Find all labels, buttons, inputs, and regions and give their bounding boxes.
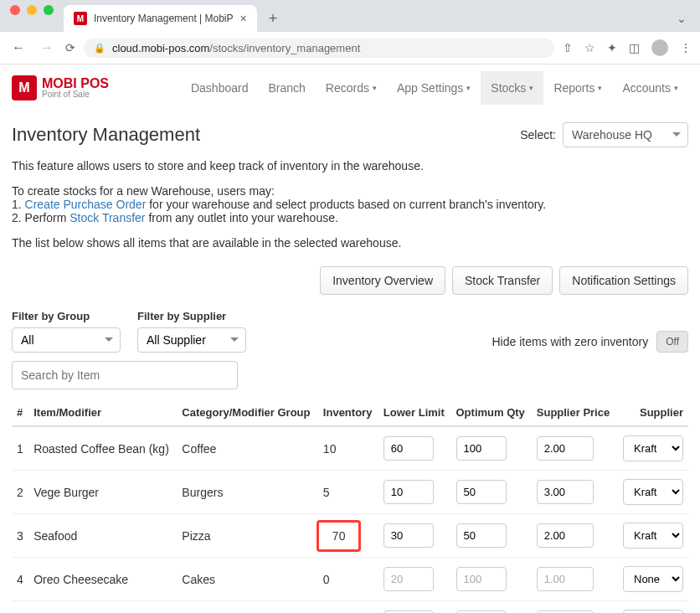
supplier-price-input[interactable]: [537, 436, 594, 461]
reload-button[interactable]: ⟳: [65, 41, 75, 54]
hide-zero-label: Hide items with zero inventory: [492, 335, 648, 348]
profile-avatar[interactable]: [651, 39, 668, 56]
cell-item: Oreo Cheesecake: [28, 558, 177, 601]
logo-sub: Point of Sale: [42, 90, 109, 99]
caret-down-icon: ▾: [674, 84, 678, 92]
caret-down-icon: ▾: [598, 84, 602, 92]
nav-app-settings[interactable]: App Settings▾: [387, 71, 481, 105]
address-bar[interactable]: 🔒 cloud.mobi-pos.com/stocks/inventory_ma…: [84, 39, 554, 58]
notification-settings-button[interactable]: Notification Settings: [559, 266, 688, 295]
app-header: M MOBI POS Point of Sale DashboardBranch…: [0, 64, 700, 112]
browser-chrome: M Inventory Management | MobiP × + ⌄ ← →…: [0, 0, 700, 64]
share-icon[interactable]: ⇧: [563, 41, 573, 54]
main-nav: DashboardBranchRecords▾App Settings▾Stoc…: [181, 71, 688, 105]
supplier-select[interactable]: Kraft: [623, 435, 683, 461]
supplier-select[interactable]: None: [623, 566, 683, 592]
tab-title: Inventory Management | MobiP: [94, 13, 234, 24]
create-po-link[interactable]: Create Purchase Order: [25, 198, 147, 211]
cell-category: Cakes: [177, 601, 318, 614]
cell-num: 4: [12, 558, 28, 601]
supplier-price-input[interactable]: [537, 523, 594, 548]
logo-main: MOBI POS: [42, 77, 109, 90]
filter-supplier-label: Filter by Supplier: [137, 310, 246, 322]
table-row: 3 Seafood Pizza 70 Kraft: [12, 514, 688, 558]
logo[interactable]: M MOBI POS Point of Sale: [12, 75, 109, 100]
lock-icon: 🔒: [94, 43, 106, 54]
cell-num: 2: [12, 471, 28, 514]
url-path: /stocks/inventory_management: [209, 42, 360, 54]
supplier-select[interactable]: Kraft: [623, 523, 683, 549]
optimum-qty-input[interactable]: [456, 523, 507, 548]
stock-transfer-button[interactable]: Stock Transfer: [452, 266, 553, 295]
nav-accounts[interactable]: Accounts▾: [612, 71, 688, 105]
logo-icon: M: [12, 75, 37, 100]
new-tab-button[interactable]: +: [262, 7, 285, 31]
cell-num: 1: [12, 426, 28, 471]
intro-text: This feature allows users to store and k…: [12, 159, 688, 250]
col-category: Category/Modifier Group: [177, 399, 318, 426]
col-price: Supplier Price: [532, 399, 616, 426]
table-row: 5 Strawberry Cheese Cakes 0 None: [12, 601, 688, 614]
col-supplier: Supplier: [616, 399, 688, 426]
back-button[interactable]: ←: [8, 37, 28, 59]
lower-limit-input[interactable]: [383, 436, 434, 461]
extensions-icon[interactable]: ✦: [607, 41, 617, 54]
nav-reports[interactable]: Reports▾: [543, 71, 612, 105]
supplier-select[interactable]: None: [623, 610, 683, 613]
tab-close-icon[interactable]: ×: [240, 12, 247, 25]
cell-num: 3: [12, 514, 28, 558]
forward-button[interactable]: →: [37, 37, 57, 59]
warehouse-select[interactable]: Warehouse HQ: [563, 122, 688, 147]
table-row: 1 Roasted Coffee Bean (kg) Coffee 10 Kra…: [12, 426, 688, 471]
cell-inventory: 0: [318, 601, 378, 614]
cell-category: Cakes: [177, 558, 318, 601]
panel-icon[interactable]: ◫: [629, 41, 640, 54]
url-host: cloud.mobi-pos.com: [112, 42, 209, 54]
col-inventory: Inventory: [318, 399, 378, 426]
supplier-price-input[interactable]: [537, 567, 594, 591]
chevron-down-icon[interactable]: ⌄: [670, 8, 693, 28]
cell-item: Seafood: [28, 514, 177, 558]
cell-inventory: 70: [318, 514, 378, 558]
warehouse-select-label: Select:: [520, 128, 556, 142]
cell-category: Coffee: [177, 426, 318, 471]
cell-item: Vege Burger: [28, 471, 177, 514]
bookmark-icon[interactable]: ☆: [584, 41, 595, 54]
cell-category: Pizza: [177, 514, 318, 558]
filter-supplier-select[interactable]: All Supplier: [137, 327, 246, 353]
nav-records[interactable]: Records▾: [316, 71, 387, 105]
cell-inventory: 10: [318, 426, 378, 471]
nav-dashboard[interactable]: Dashboard: [181, 71, 259, 105]
lower-limit-input[interactable]: [383, 523, 434, 548]
col-item: Item/Modifier: [28, 399, 177, 426]
page-title: Inventory Management: [12, 124, 200, 146]
browser-tab[interactable]: M Inventory Management | MobiP ×: [64, 5, 257, 32]
nav-stocks[interactable]: Stocks▾: [481, 71, 543, 105]
menu-icon[interactable]: ⋮: [680, 41, 692, 54]
filter-group-label: Filter by Group: [12, 310, 121, 322]
supplier-price-input[interactable]: [537, 480, 594, 504]
supplier-select[interactable]: Kraft: [623, 479, 683, 505]
lower-limit-input[interactable]: [383, 567, 434, 591]
filter-group-select[interactable]: All: [12, 327, 121, 353]
caret-down-icon: ▾: [466, 84, 471, 92]
cell-inventory: 5: [318, 471, 378, 514]
inventory-overview-button[interactable]: Inventory Overview: [320, 266, 445, 295]
caret-down-icon: ▾: [529, 84, 533, 92]
cell-item: Roasted Coffee Bean (kg): [28, 426, 177, 471]
optimum-qty-input[interactable]: [456, 480, 507, 504]
stock-transfer-link[interactable]: Stock Transfer: [69, 211, 145, 224]
cell-category: Burgers: [177, 471, 318, 514]
inventory-highlight: 70: [317, 520, 362, 552]
lower-limit-input[interactable]: [383, 480, 434, 504]
cell-item: Strawberry Cheese: [28, 601, 177, 614]
col-lower: Lower Limit: [378, 399, 451, 426]
nav-branch[interactable]: Branch: [258, 71, 315, 105]
hide-zero-toggle[interactable]: Off: [656, 331, 688, 353]
search-input[interactable]: [12, 361, 238, 389]
cell-num: 5: [12, 601, 28, 614]
caret-down-icon: ▾: [373, 84, 377, 92]
optimum-qty-input[interactable]: [456, 567, 507, 591]
inventory-table: # Item/Modifier Category/Modifier Group …: [12, 399, 688, 613]
optimum-qty-input[interactable]: [456, 436, 507, 461]
